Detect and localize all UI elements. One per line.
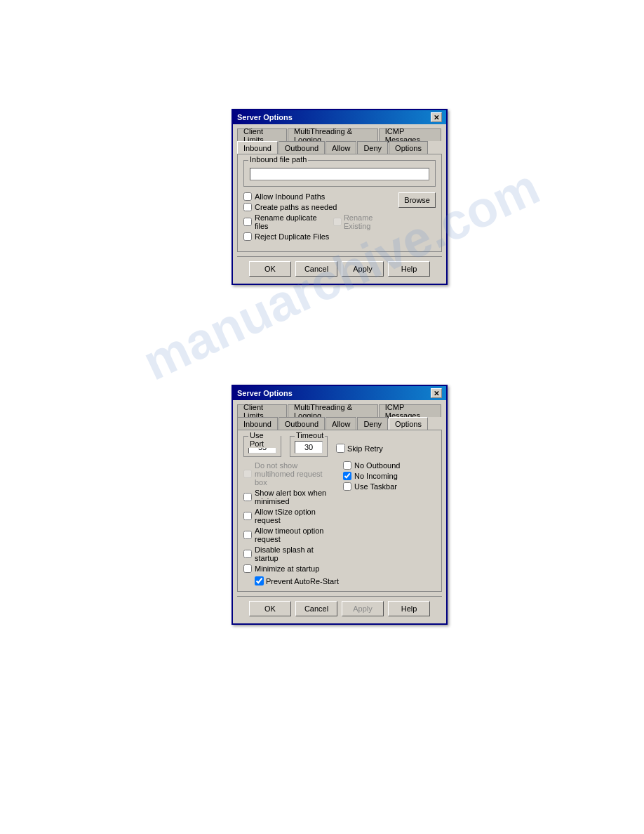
d2-cb1-checkbox[interactable] xyxy=(243,470,252,478)
tab-deny[interactable]: Deny xyxy=(357,141,388,154)
browse-button[interactable]: Browse xyxy=(398,192,436,208)
reject-dup-row: Reject Duplicate Files xyxy=(243,232,398,241)
d2-cb5-label: Disable splash at startup xyxy=(255,545,336,562)
d2-tab-client-limits[interactable]: Client Limits xyxy=(237,404,287,417)
d2-tabs-row-2: Inbound Outbound Allow Deny Options xyxy=(237,417,442,430)
apply-button-1[interactable]: Apply xyxy=(342,261,384,277)
dialog-2: Server Options ✕ Client Limits MultiThre… xyxy=(232,385,448,625)
use-port-box: Use Port xyxy=(243,436,281,457)
d2-tab-allow[interactable]: Allow xyxy=(326,417,356,430)
dialog-2-content: Client Limits MultiThreading & Logging I… xyxy=(233,400,446,623)
dialog-1: Server Options ✕ Client Limits MultiThre… xyxy=(232,109,448,285)
create-paths-row: Create paths as needed xyxy=(243,203,398,211)
d2-cb3-checkbox[interactable] xyxy=(243,512,252,520)
d2-tab-inbound[interactable]: Inbound xyxy=(237,417,278,430)
dialog-2-title: Server Options xyxy=(237,389,293,397)
d2-cb5-checkbox[interactable] xyxy=(243,550,252,558)
close-button-1[interactable]: ✕ xyxy=(431,112,442,122)
dialog-1-buttons: OK Cancel Apply Help xyxy=(237,256,442,279)
allow-inbound-checkbox[interactable] xyxy=(243,192,252,201)
reject-dup-checkbox[interactable] xyxy=(243,232,252,241)
rename-dup-row: Rename duplicate files Rename Existing xyxy=(243,213,398,230)
d2-tab-deny[interactable]: Deny xyxy=(357,417,388,430)
dialog-2-buttons: OK Cancel Apply Help xyxy=(237,596,442,619)
reject-dup-label: Reject Duplicate Files xyxy=(255,232,329,241)
d2-tab-multithreading[interactable]: MultiThreading & Logging xyxy=(288,404,378,417)
d2-tabs-row-1: Client Limits MultiThreading & Logging I… xyxy=(237,404,442,417)
d2-cbr2-label: No Incoming xyxy=(354,472,398,480)
d2-cbr3-label: Use Taskbar xyxy=(354,482,397,491)
d2-cbr3-row: Use Taskbar xyxy=(343,482,436,491)
tab-icmp[interactable]: ICMP Messages xyxy=(379,128,441,141)
d2-cb2-label: Show alert box when minimised xyxy=(255,489,336,505)
checkboxes-left: Allow Inbound Paths Create paths as need… xyxy=(243,192,398,243)
timeout-box: Timeout xyxy=(290,436,328,457)
d2-cbr1-label: No Outbound xyxy=(354,461,400,470)
options-checkboxes: Do not show multihomed request box Show … xyxy=(243,461,436,575)
tab-inbound[interactable]: Inbound xyxy=(237,141,278,154)
inbound-filepath-group: Inbound file path xyxy=(243,160,436,187)
skip-retry-row: Skip Retry xyxy=(336,444,383,454)
create-paths-checkbox[interactable] xyxy=(243,203,252,211)
ok-button-2[interactable]: OK xyxy=(249,601,291,616)
d2-cbr1-checkbox[interactable] xyxy=(343,461,351,470)
d2-tab-icmp[interactable]: ICMP Messages xyxy=(379,404,441,417)
rename-existing-label: Rename Existing xyxy=(344,213,398,230)
timeout-input[interactable] xyxy=(295,441,323,454)
tab-options[interactable]: Options xyxy=(389,141,428,154)
help-button-2[interactable]: Help xyxy=(388,601,430,616)
help-button-1[interactable]: Help xyxy=(388,261,430,277)
d2-cbr2-checkbox[interactable] xyxy=(343,472,351,480)
d2-cb1-label: Do not show multihomed request box xyxy=(255,461,336,486)
d2-cb3-row: Allow tSize option request xyxy=(243,508,336,524)
dialog-1-content: Client Limits MultiThreading & Logging I… xyxy=(233,124,446,284)
d2-cb6-checkbox[interactable] xyxy=(243,564,252,573)
timeout-legend: Timeout xyxy=(295,431,325,439)
skip-retry-label: Skip Retry xyxy=(347,444,383,453)
options-checkboxes-right: No Outbound No Incoming Use Taskbar xyxy=(343,461,436,575)
dialog-2-titlebar: Server Options ✕ xyxy=(233,386,446,400)
allow-inbound-label: Allow Inbound Paths xyxy=(255,192,325,201)
ok-button-1[interactable]: OK xyxy=(249,261,291,277)
tab-allow[interactable]: Allow xyxy=(326,141,356,154)
prevent-autorestart-checkbox[interactable] xyxy=(255,576,264,585)
d2-cb4-checkbox[interactable] xyxy=(243,531,252,539)
close-button-2[interactable]: ✕ xyxy=(431,388,442,398)
create-paths-label: Create paths as needed xyxy=(255,203,337,211)
dialog-1-titlebar: Server Options ✕ xyxy=(233,110,446,124)
tabs-row-2: Inbound Outbound Allow Deny Options xyxy=(237,141,442,154)
options-checkboxes-left: Do not show multihomed request box Show … xyxy=(243,461,336,575)
rename-existing-checkbox[interactable] xyxy=(333,218,342,226)
d2-cb6-row: Minimize at startup xyxy=(243,564,336,573)
prevent-autorestart-row: Prevent AutoRe-Start xyxy=(255,576,339,585)
skip-retry-checkbox[interactable] xyxy=(336,444,345,453)
tab-panel-options: Use Port Timeout Skip Retry Do not xyxy=(237,430,442,592)
d2-cb2-row: Show alert box when minimised xyxy=(243,489,336,505)
tab-outbound[interactable]: Outbound xyxy=(279,141,325,154)
cancel-button-1[interactable]: Cancel xyxy=(295,261,337,277)
use-port-legend: Use Port xyxy=(248,431,281,448)
d2-cbr2-row: No Incoming xyxy=(343,472,436,480)
d2-cb1-row: Do not show multihomed request box xyxy=(243,461,336,486)
prevent-autorestart-label: Prevent AutoRe-Start xyxy=(266,577,339,585)
cancel-button-2[interactable]: Cancel xyxy=(295,601,337,616)
fieldset-legend: Inbound file path xyxy=(248,155,308,164)
d2-cb3-label: Allow tSize option request xyxy=(255,508,336,524)
tab-multithreading[interactable]: MultiThreading & Logging xyxy=(288,128,378,141)
rename-existing-group: Rename Existing xyxy=(333,213,398,230)
d2-cb6-label: Minimize at startup xyxy=(255,564,319,573)
d2-tab-outbound[interactable]: Outbound xyxy=(279,417,325,430)
rename-dup-checkbox[interactable] xyxy=(243,218,252,226)
d2-cb4-row: Allow timeout option request xyxy=(243,527,336,543)
d2-cb5-row: Disable splash at startup xyxy=(243,545,336,562)
tab-panel-inbound: Inbound file path Allow Inbound Paths Cr… xyxy=(237,154,442,252)
d2-cbr3-checkbox[interactable] xyxy=(343,482,351,491)
d2-tab-options[interactable]: Options xyxy=(389,417,428,430)
tab-client-limits[interactable]: Client Limits xyxy=(237,128,287,141)
port-timeout-group: Use Port Timeout Skip Retry xyxy=(243,436,436,457)
d2-cb4-label: Allow timeout option request xyxy=(255,527,336,543)
inbound-filepath-input[interactable] xyxy=(250,168,429,180)
d2-cbr1-row: No Outbound xyxy=(343,461,436,470)
d2-cb2-checkbox[interactable] xyxy=(243,493,252,501)
apply-button-2[interactable]: Apply xyxy=(342,601,384,616)
